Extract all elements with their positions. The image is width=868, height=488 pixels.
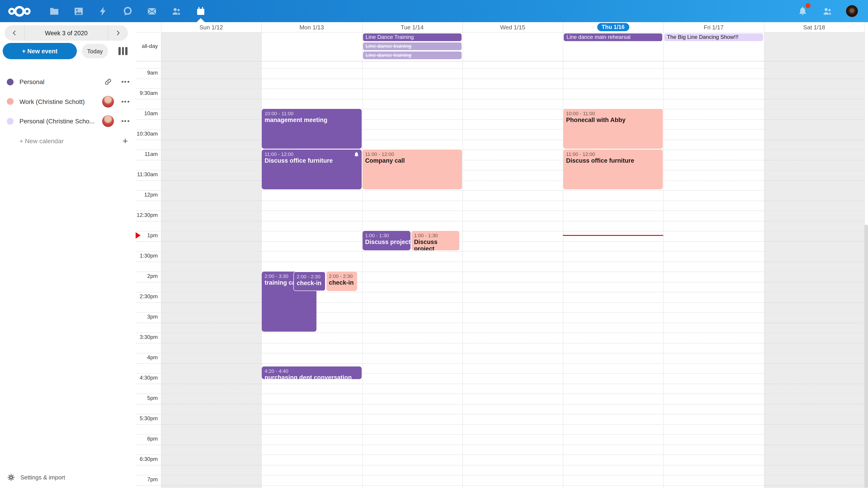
hour-gridline [135,455,864,455]
event-title: Discuss project announcement [414,238,457,250]
time-axis-label: 6pm [0,435,159,442]
calendar-icon[interactable] [194,5,207,18]
event-time: 4:20 - 4:40 [265,368,359,374]
weekend-column-shading [764,32,864,488]
current-time-arrow-icon [135,232,141,238]
time-axis-label: 10:30am [0,131,159,137]
day-header[interactable]: Sun 1/12 [161,22,261,32]
photos-icon[interactable] [72,5,85,18]
contacts-icon[interactable] [170,5,183,18]
half-hour-gridline [135,200,864,201]
day-header[interactable]: Wed 1/15 [463,22,563,32]
column-border [563,22,563,488]
event-title: Company call [365,157,459,164]
calendar-event[interactable]: 11:00 - 12:00Discuss office furniture [262,150,362,189]
day-header[interactable]: Tue 1/14 [362,22,463,32]
allday-event[interactable]: Line Dance Training [363,33,462,41]
column-border [764,22,764,488]
previous-week-button[interactable] [4,25,24,41]
calendar-event[interactable]: 11:00 - 12:00Discuss office furniture [563,150,663,189]
time-axis-label: 2:30pm [0,293,159,300]
calendar-menu-ellipsis-icon[interactable] [115,81,135,83]
hour-gridline [135,68,864,69]
plus-icon[interactable]: + [115,136,135,146]
allday-event[interactable]: Line dance training [363,52,462,59]
event-title: check-in [297,280,322,287]
calendar-event[interactable]: 2:00 - 2:30check-in [326,271,357,291]
contacts-menu-icon[interactable] [821,5,834,18]
hour-gridline [135,434,864,435]
event-title: Discuss office furniture [566,157,660,164]
half-hour-gridline [135,322,864,323]
alarm-bell-icon [353,151,359,157]
time-axis-label: 1:30pm [0,253,159,259]
calendar-event[interactable]: 1:00 - 1:30Discuss project announcement [362,231,410,250]
hour-gridline [135,251,864,252]
activity-icon[interactable] [97,5,110,18]
notifications-bell-icon[interactable] [796,5,809,18]
calendar-event[interactable]: 10:00 - 11:00Phonecall with Abby [563,109,663,149]
hour-gridline [135,109,864,109]
half-hour-gridline [135,485,864,486]
week-label[interactable]: Week 3 of 2020 [24,25,108,41]
share-link-icon[interactable] [101,78,115,86]
nextcloud-logo[interactable] [8,4,31,18]
day-header[interactable]: Thu 1/16 [563,22,663,32]
hour-gridline [135,150,864,150]
time-axis-label: 9am [0,70,159,76]
half-hour-gridline [135,424,864,424]
talk-icon[interactable] [121,5,134,18]
calendar-name: Personal [20,78,101,86]
calendar-event[interactable]: 11:00 - 12:00Company call [362,150,462,189]
half-hour-gridline [135,119,864,120]
mail-icon[interactable] [146,5,158,18]
day-header[interactable]: Fri 1/17 [663,22,764,32]
column-border [161,22,161,488]
half-hour-gridline [135,363,864,363]
time-axis-label: 3pm [0,314,159,320]
weekend-column-shading [161,32,261,488]
allday-event[interactable]: Line dance training [363,42,462,50]
allday-event[interactable]: Line dance main rehearsal [564,33,662,41]
hour-gridline [135,210,864,211]
hour-gridline [135,332,864,333]
hour-gridline [135,353,864,353]
calendar-event[interactable]: 10:00 - 11:00management meeting [262,109,362,149]
calendar-menu-ellipsis-icon[interactable] [115,120,135,122]
time-axis-label: 5pm [0,395,159,401]
calendar-event[interactable]: 2:00 - 2:30check-in [293,271,325,291]
hour-gridline [135,271,864,272]
event-time: 2:00 - 2:30 [329,273,354,279]
half-hour-gridline [135,465,864,465]
half-hour-gridline [135,445,864,445]
calendar-name: Personal (Christine Scho... [20,118,101,125]
hour-gridline [135,170,864,170]
half-hour-gridline [135,343,864,343]
topbar [0,0,868,22]
hour-gridline [135,414,864,414]
day-header[interactable]: Mon 1/13 [261,22,362,32]
hour-gridline [135,373,864,374]
time-axis-label: 10am [0,110,159,117]
next-week-button[interactable] [108,25,128,41]
scrollbar-thumb[interactable] [864,225,868,488]
time-axis-label: 1pm [0,232,159,238]
calendar-event[interactable]: 1:00 - 1:30Discuss project announcement [411,231,460,250]
event-title: Phonecall with Abby [566,117,660,124]
day-header[interactable]: Sat 1/18 [764,22,864,32]
time-axis-label: 11am [0,151,159,157]
topbar-app-menu [0,0,207,22]
calendar-event[interactable]: 4:20 - 4:40purchasing dept conversation [262,366,362,379]
new-calendar-label: + New calendar [20,137,115,144]
allday-event[interactable]: The Big Line Dancing Show!!! [664,33,763,41]
hour-gridline [135,89,864,89]
event-title: Discuss office furniture [265,157,359,164]
calendar-name: Work (Christine Schott) [20,98,101,105]
current-time-line [563,235,663,236]
calendar-menu-ellipsis-icon[interactable] [115,101,135,102]
allday-label: all-day [0,43,159,49]
hour-gridline [135,312,864,313]
half-hour-gridline [135,404,864,404]
user-avatar[interactable] [846,5,858,17]
files-icon[interactable] [48,5,61,18]
